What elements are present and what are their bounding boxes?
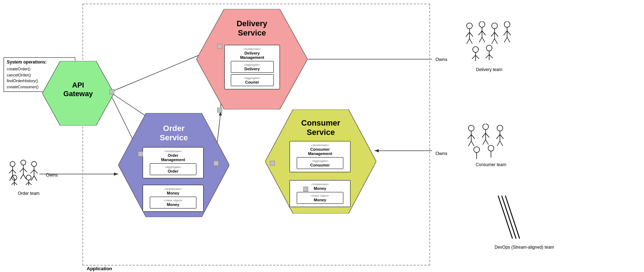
svg-line-73	[486, 55, 489, 58]
svg-line-83	[482, 133, 486, 137]
consumer-team-label: Consumer team	[464, 162, 518, 167]
svg-point-81	[483, 124, 488, 130]
svg-point-35	[12, 175, 17, 180]
svg-point-39	[26, 175, 31, 180]
svg-point-93	[474, 147, 480, 153]
devops-team-label: DevOps (Stream-aligned) team	[495, 245, 554, 250]
consumer-service-label: ConsumerService	[265, 118, 376, 137]
order-management-box: «Subdomain» OrderManagement «Aggregate» …	[143, 147, 204, 178]
svg-point-29	[32, 161, 37, 167]
delivery-aggregate-box: «Aggregate» Delivery	[231, 61, 274, 73]
consumer-service-container: ConsumerService «Subdomain» ConsumerMana…	[265, 109, 376, 214]
svg-line-77	[468, 135, 471, 139]
svg-line-70	[476, 55, 479, 59]
svg-line-80	[471, 141, 474, 146]
svg-line-45	[466, 32, 469, 37]
svg-line-90	[500, 135, 504, 139]
svg-line-65	[504, 37, 507, 42]
svg-line-51	[478, 31, 482, 35]
order-service-container: OrderService «Subdomain» OrderManagement…	[118, 113, 229, 217]
svg-line-53	[479, 37, 482, 42]
svg-line-52	[482, 31, 486, 35]
svg-point-17	[10, 161, 15, 167]
svg-line-58	[495, 32, 498, 37]
svg-line-25	[20, 168, 23, 172]
connector-delivery-left	[217, 44, 222, 49]
svg-line-66	[507, 37, 510, 42]
svg-point-55	[492, 23, 497, 29]
svg-line-42	[29, 182, 32, 185]
svg-line-69	[472, 55, 476, 59]
delivery-team-group: Delivery team	[462, 22, 516, 72]
svg-line-34	[34, 176, 37, 180]
svg-line-41	[26, 182, 29, 185]
svg-line-32	[34, 170, 38, 173]
svg-line-46	[469, 32, 473, 37]
svg-line-57	[491, 32, 495, 37]
svg-line-97	[502, 196, 516, 239]
order-team-owns-label: Owns	[46, 172, 58, 178]
svg-line-92	[500, 141, 503, 146]
connector-mid	[214, 161, 219, 166]
application-label: Application	[87, 266, 112, 271]
order-team-label: Order team	[7, 191, 50, 196]
courier-aggregate-box: «Aggregate» Courier	[231, 74, 274, 86]
svg-line-33	[31, 176, 34, 180]
svg-line-48	[469, 39, 472, 44]
consumer-money-subdomain-box: «Subdomain» Money «Value object» Money	[290, 180, 350, 207]
svg-line-31	[30, 170, 34, 173]
consumer-aggregate-box: «Aggregate» Consumer	[297, 157, 343, 169]
consumer-team-group: Consumer team	[464, 124, 518, 167]
svg-line-89	[496, 135, 500, 139]
devops-team-group: DevOps (Stream-aligned) team	[495, 196, 554, 250]
svg-line-47	[467, 39, 469, 44]
delivery-service-label: DeliveryService	[196, 19, 307, 38]
svg-point-61	[504, 22, 510, 27]
svg-point-43	[467, 23, 472, 29]
svg-line-28	[23, 174, 26, 179]
consumer-management-box: «Subdomain» ConsumerManagement «Aggregat…	[290, 141, 350, 172]
svg-line-54	[482, 37, 485, 42]
svg-line-85	[483, 140, 486, 145]
order-service-label: OrderService	[118, 124, 229, 143]
svg-line-19	[9, 170, 13, 173]
svg-point-49	[479, 22, 485, 27]
svg-line-63	[504, 31, 507, 35]
canvas: System operations: createOrder() cancelO…	[0, 0, 644, 272]
consumer-team-owns-label: Owns	[435, 151, 447, 156]
svg-line-86	[486, 140, 488, 145]
api-gateway-label: APIGateway	[42, 81, 114, 98]
svg-line-79	[468, 141, 471, 146]
svg-line-27	[20, 174, 23, 179]
svg-point-87	[497, 125, 503, 131]
delivery-subdomain-stereotype: «Subdomain»	[227, 47, 277, 51]
connector-consumer-bottom	[303, 187, 308, 192]
order-money-subdomain-box: «Subdomain» Money «Value object» Money	[143, 185, 204, 212]
svg-line-91	[497, 141, 500, 146]
delivery-service-container: DeliveryService «Subdomain» DeliveryMana…	[196, 9, 307, 109]
delivery-team-owns-label: Owns	[435, 57, 447, 62]
order-team-group: Order team	[7, 160, 50, 196]
svg-point-71	[486, 45, 492, 51]
delivery-team-label: Delivery team	[462, 67, 516, 72]
svg-line-64	[507, 31, 511, 35]
connector-api-right	[109, 89, 114, 94]
svg-line-20	[13, 170, 16, 173]
svg-point-75	[468, 125, 474, 131]
connector-delivery-bottom	[217, 108, 222, 113]
svg-line-78	[471, 135, 475, 139]
svg-point-95	[488, 145, 494, 151]
order-money-value-object-box: «Value object» Money	[150, 197, 196, 208]
connector-consumer-left	[270, 161, 275, 166]
svg-line-37	[11, 182, 14, 185]
svg-line-99	[498, 196, 512, 239]
svg-line-74	[489, 55, 493, 58]
order-aggregate-box: «Aggregate» Order	[150, 163, 196, 175]
svg-line-59	[492, 39, 495, 44]
api-gateway-container: APIGateway	[42, 61, 114, 126]
connector-order-top	[138, 151, 143, 156]
delivery-management-name: DeliveryManagement	[227, 51, 277, 60]
svg-line-38	[14, 182, 17, 185]
consumer-money-value-object-box: «Value object» Money	[297, 192, 343, 204]
svg-point-67	[473, 47, 478, 52]
